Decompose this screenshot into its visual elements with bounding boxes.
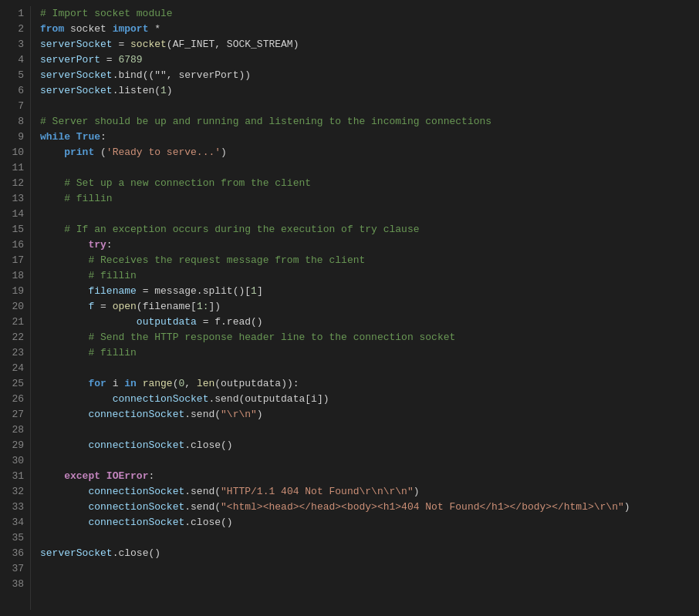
code-line xyxy=(40,561,699,577)
code-line xyxy=(40,99,699,114)
token-normal: = xyxy=(113,39,130,50)
line-number: 7 xyxy=(6,99,24,114)
code-line: connectionSocket.close() xyxy=(40,438,699,453)
line-number: 15 xyxy=(6,222,24,237)
line-number: 12 xyxy=(6,176,24,191)
token-comment: # Send the HTTP response header line to … xyxy=(88,332,455,343)
token-normal xyxy=(70,131,76,143)
token-normal: .send( xyxy=(184,501,221,513)
line-number: 8 xyxy=(6,114,24,130)
token-keyword2: IOError xyxy=(106,470,149,482)
token-plain: connectionSocket xyxy=(88,439,184,451)
code-editor: 1234567891011121314151617181920212223242… xyxy=(0,0,699,616)
code-line: filename = message.split()[1] xyxy=(40,284,699,299)
line-number: 3 xyxy=(6,37,24,52)
line-number: 26 xyxy=(6,392,24,407)
code-line: # Server should be up and running and li… xyxy=(40,114,699,130)
token-normal xyxy=(40,470,64,482)
token-plain: connectionSocket xyxy=(113,393,209,405)
code-line: # Send the HTTP response header line to … xyxy=(40,330,699,345)
line-number: 5 xyxy=(6,68,24,83)
token-normal xyxy=(40,393,113,405)
token-normal xyxy=(40,146,64,158)
line-number: 33 xyxy=(6,500,24,515)
token-builtin: socket xyxy=(130,39,167,50)
line-number: 35 xyxy=(6,530,24,546)
token-keyword: in xyxy=(124,378,137,389)
code-line: from socket import * xyxy=(40,22,699,37)
code-line: serverSocket.bind(("", serverPort)) xyxy=(40,68,699,83)
token-normal: .send(outputdata[i]) xyxy=(208,393,329,405)
token-normal: ) xyxy=(624,501,630,513)
code-line: serverSocket = socket(AF_INET, SOCK_STRE… xyxy=(40,37,699,52)
token-normal: .bind(("", serverPort)) xyxy=(113,69,251,81)
token-plain: connectionSocket xyxy=(88,501,184,513)
token-plain: connectionSocket xyxy=(88,486,184,497)
token-number: 1: xyxy=(197,301,209,312)
token-keyword: for xyxy=(88,378,106,389)
token-comment: # Import socket module xyxy=(40,8,173,19)
token-normal: ]) xyxy=(208,301,221,312)
token-plain: filename xyxy=(88,285,136,297)
token-normal xyxy=(40,301,88,312)
token-normal: .close() xyxy=(184,439,232,451)
line-number: 11 xyxy=(6,160,24,176)
token-normal: (outputdata)): xyxy=(214,378,299,389)
token-comment: # fillin xyxy=(64,193,112,204)
line-number: 34 xyxy=(6,515,24,530)
line-number: 37 xyxy=(6,561,24,577)
token-plain: serverSocket xyxy=(40,69,113,81)
code-line: print ('Ready to serve...') xyxy=(40,145,699,160)
token-normal xyxy=(40,501,88,513)
line-number: 24 xyxy=(6,361,24,376)
token-comment: # If an exception occurs during the exec… xyxy=(64,224,419,235)
token-keyword: from xyxy=(40,23,64,35)
token-normal: i xyxy=(106,378,124,389)
token-normal xyxy=(40,285,88,297)
line-number: 18 xyxy=(6,268,24,284)
line-number: 17 xyxy=(6,253,24,268)
token-string: 'Ready to serve...' xyxy=(106,146,221,158)
token-builtin: len xyxy=(197,378,214,389)
token-keyword: True xyxy=(76,131,100,143)
token-number: 1 xyxy=(160,85,167,96)
code-line: serverPort = 6789 xyxy=(40,52,699,68)
token-comment: # fillin xyxy=(88,270,136,281)
line-number: 2 xyxy=(6,22,24,37)
token-string: "HTTP/1.1 404 Not Found\r\n\r\n" xyxy=(221,486,414,497)
line-number: 14 xyxy=(6,207,24,222)
token-keyword: while xyxy=(40,131,70,143)
code-line: # Receives the request message from the … xyxy=(40,253,699,268)
token-string: "\r\n" xyxy=(221,409,257,420)
code-line xyxy=(40,160,699,176)
line-number: 29 xyxy=(6,438,24,453)
token-plain: serverSocket xyxy=(40,39,113,50)
line-number: 38 xyxy=(6,577,24,592)
code-line xyxy=(40,453,699,469)
line-numbers: 1234567891011121314151617181920212223242… xyxy=(0,6,31,610)
token-normal xyxy=(137,378,143,389)
token-normal: , xyxy=(184,378,197,389)
code-line: serverSocket.close() xyxy=(40,546,699,561)
token-normal xyxy=(40,486,88,497)
code-line xyxy=(40,207,699,222)
line-number: 6 xyxy=(6,83,24,99)
token-normal: ( xyxy=(94,146,106,158)
token-keyword: print xyxy=(64,146,94,158)
token-normal: : xyxy=(106,239,113,251)
code-line xyxy=(40,361,699,376)
token-normal: .send( xyxy=(184,409,221,420)
token-normal: socket xyxy=(64,23,112,35)
token-plain: connectionSocket xyxy=(40,409,184,420)
token-normal xyxy=(40,224,64,235)
token-normal xyxy=(40,193,64,204)
code-line: try: xyxy=(40,237,699,253)
token-builtin: range xyxy=(143,378,173,389)
token-normal xyxy=(40,439,88,451)
code-content: # Import socket modulefrom socket import… xyxy=(40,6,699,610)
code-line: # If an exception occurs during the exec… xyxy=(40,222,699,237)
token-normal xyxy=(40,316,137,328)
code-line: outputdata = f.read() xyxy=(40,315,699,330)
line-number: 19 xyxy=(6,284,24,299)
code-line: # fillin xyxy=(40,191,699,207)
